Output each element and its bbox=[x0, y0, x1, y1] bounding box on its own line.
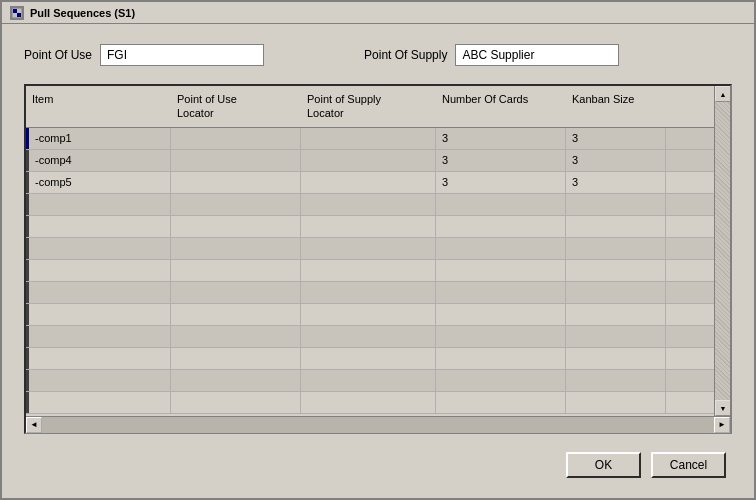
table-cell-item bbox=[26, 348, 171, 369]
main-window: Pull Sequences (S1) Point Of Use Point O… bbox=[0, 0, 756, 500]
table-cell-pou-locator bbox=[171, 326, 301, 347]
title-bar: Pull Sequences (S1) bbox=[2, 2, 754, 24]
table-cell-item: -comp4 bbox=[26, 150, 171, 171]
table-row[interactable] bbox=[26, 216, 714, 238]
table-content: Item Point of UseLocator Point of Supply… bbox=[26, 86, 714, 416]
table-cell-pos-locator bbox=[301, 392, 436, 413]
table-cell-item bbox=[26, 194, 171, 215]
table-cell-pou-locator bbox=[171, 128, 301, 149]
table-cell-item bbox=[26, 370, 171, 391]
table-cell-num-cards bbox=[436, 370, 566, 391]
point-of-use-label: Point Of Use bbox=[24, 48, 92, 62]
table-row[interactable] bbox=[26, 370, 714, 392]
scroll-left-button[interactable]: ◄ bbox=[26, 417, 42, 433]
table-row[interactable] bbox=[26, 392, 714, 414]
table-cell-item bbox=[26, 260, 171, 281]
table-inner: Item Point of UseLocator Point of Supply… bbox=[26, 86, 730, 416]
table-body[interactable]: -comp133-comp433-comp533 bbox=[26, 128, 714, 416]
bottom-bar: OK Cancel bbox=[14, 444, 742, 486]
table-cell-kanban-size bbox=[566, 194, 666, 215]
table-cell-num-cards: 3 bbox=[436, 128, 566, 149]
table-cell-kanban-size bbox=[566, 260, 666, 281]
table-cell-num-cards bbox=[436, 194, 566, 215]
horizontal-scrollbar[interactable]: ◄ ► bbox=[26, 416, 730, 432]
col-header-kanban-size: Kanban Size bbox=[566, 90, 666, 123]
table-cell-kanban-size bbox=[566, 326, 666, 347]
table-row[interactable] bbox=[26, 238, 714, 260]
scroll-right-button[interactable]: ► bbox=[714, 417, 730, 433]
table-cell-pos-locator bbox=[301, 304, 436, 325]
table-cell-pos-locator bbox=[301, 216, 436, 237]
col-header-pou-locator: Point of UseLocator bbox=[171, 90, 301, 123]
table-cell-num-cards bbox=[436, 260, 566, 281]
table-row[interactable] bbox=[26, 194, 714, 216]
table-cell-item: -comp5 bbox=[26, 172, 171, 193]
table-cell-num-cards bbox=[436, 326, 566, 347]
table-cell-pou-locator bbox=[171, 194, 301, 215]
table-cell-pos-locator bbox=[301, 282, 436, 303]
cancel-button[interactable]: Cancel bbox=[651, 452, 726, 478]
point-of-supply-group: Point Of Supply bbox=[364, 44, 619, 66]
point-of-supply-input[interactable] bbox=[455, 44, 619, 66]
point-of-supply-label: Point Of Supply bbox=[364, 48, 447, 62]
table-cell-num-cards: 3 bbox=[436, 172, 566, 193]
table-cell-pos-locator bbox=[301, 128, 436, 149]
table-cell-pos-locator bbox=[301, 238, 436, 259]
table-cell-pos-locator bbox=[301, 172, 436, 193]
table-cell-kanban-size bbox=[566, 282, 666, 303]
table-cell-pou-locator bbox=[171, 150, 301, 171]
table-cell-pou-locator bbox=[171, 348, 301, 369]
table-cell-item bbox=[26, 282, 171, 303]
table-row[interactable] bbox=[26, 304, 714, 326]
table-cell-kanban-size bbox=[566, 304, 666, 325]
svg-rect-2 bbox=[17, 13, 21, 17]
table-row[interactable] bbox=[26, 260, 714, 282]
table-cell-pou-locator bbox=[171, 238, 301, 259]
table-header: Item Point of UseLocator Point of Supply… bbox=[26, 86, 714, 128]
window-body: Point Of Use Point Of Supply Item Point … bbox=[2, 24, 754, 498]
table-row[interactable] bbox=[26, 282, 714, 304]
table-cell-item bbox=[26, 304, 171, 325]
table-row[interactable] bbox=[26, 326, 714, 348]
horiz-scroll-track[interactable] bbox=[42, 417, 714, 433]
table-cell-num-cards: 3 bbox=[436, 150, 566, 171]
vertical-scrollbar[interactable]: ▲ ▼ bbox=[714, 86, 730, 416]
table-row[interactable] bbox=[26, 348, 714, 370]
table-row[interactable]: -comp133 bbox=[26, 128, 714, 150]
table-cell-pou-locator bbox=[171, 392, 301, 413]
table-cell-item: -comp1 bbox=[26, 128, 171, 149]
table-cell-pou-locator bbox=[171, 260, 301, 281]
ok-button[interactable]: OK bbox=[566, 452, 641, 478]
col-header-pos-locator: Point of SupplyLocator bbox=[301, 90, 436, 123]
table-cell-kanban-size: 3 bbox=[566, 172, 666, 193]
top-fields-row: Point Of Use Point Of Supply bbox=[14, 36, 742, 74]
table-cell-item bbox=[26, 326, 171, 347]
scroll-track[interactable] bbox=[715, 102, 730, 400]
svg-rect-1 bbox=[13, 9, 17, 13]
scroll-up-button[interactable]: ▲ bbox=[715, 86, 730, 102]
point-of-use-input[interactable] bbox=[100, 44, 264, 66]
table-cell-kanban-size bbox=[566, 238, 666, 259]
table-cell-pos-locator bbox=[301, 348, 436, 369]
table-cell-pou-locator bbox=[171, 304, 301, 325]
table-cell-pos-locator bbox=[301, 260, 436, 281]
scroll-down-button[interactable]: ▼ bbox=[715, 400, 730, 416]
table-cell-pou-locator bbox=[171, 370, 301, 391]
table-cell-pos-locator bbox=[301, 194, 436, 215]
table-cell-kanban-size bbox=[566, 348, 666, 369]
table-cell-item bbox=[26, 216, 171, 237]
table-cell-item bbox=[26, 238, 171, 259]
table-cell-pou-locator bbox=[171, 216, 301, 237]
col-header-scroll-spacer bbox=[666, 90, 682, 123]
table-cell-num-cards bbox=[436, 216, 566, 237]
col-header-num-cards: Number Of Cards bbox=[436, 90, 566, 123]
table-cell-kanban-size bbox=[566, 216, 666, 237]
table-cell-pos-locator bbox=[301, 150, 436, 171]
table-row[interactable]: -comp433 bbox=[26, 150, 714, 172]
table-cell-kanban-size: 3 bbox=[566, 128, 666, 149]
table-row[interactable]: -comp533 bbox=[26, 172, 714, 194]
table-cell-kanban-size bbox=[566, 392, 666, 413]
table-cell-num-cards bbox=[436, 304, 566, 325]
col-header-item: Item bbox=[26, 90, 171, 123]
table-cell-kanban-size bbox=[566, 370, 666, 391]
